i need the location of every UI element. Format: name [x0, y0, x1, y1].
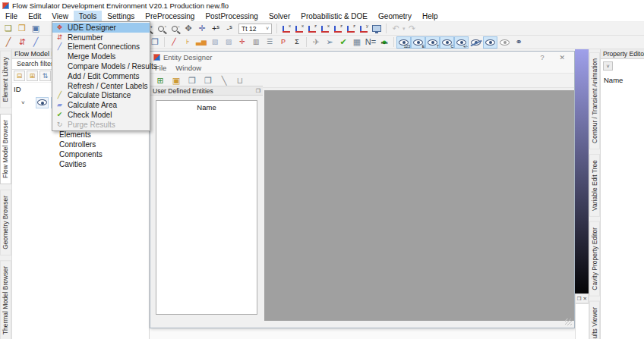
axis-view-button[interactable]: x: [292, 23, 305, 35]
airplane-button[interactable]: ✈: [309, 36, 323, 49]
open-model-button[interactable]: ❒: [15, 23, 29, 35]
tools-menu-item[interactable]: Merge Models: [52, 52, 150, 61]
text-size-select[interactable]: Tt 12 ˅: [238, 24, 272, 34]
axis-view-button[interactable]: z: [331, 23, 344, 35]
show-elements-toggle[interactable]: E: [411, 36, 425, 49]
cavity-box-2-button[interactable]: ▨: [222, 36, 235, 49]
show-ids-toggle[interactable]: 123: [396, 36, 411, 49]
menu-item[interactable]: PostProcessing: [200, 11, 263, 21]
expand-all-button[interactable]: ⊞: [27, 71, 38, 81]
resize-grip[interactable]: [565, 319, 572, 325]
stack-button[interactable]: ☰: [263, 36, 276, 49]
tree-item[interactable]: Cavities: [59, 159, 149, 169]
move-button[interactable]: ✛: [195, 23, 209, 35]
sigma-button[interactable]: Σ: [290, 36, 304, 49]
new-entity-button[interactable]: ⊞: [153, 74, 168, 86]
probe-button[interactable]: ➢: [323, 36, 336, 49]
axis-view-button[interactable]: z: [305, 23, 318, 35]
show-chambers-toggle[interactable]: C: [440, 36, 454, 49]
tools-menu-item[interactable]: ❖ UDE Designer: [52, 23, 150, 33]
tools-menu-item[interactable]: Add / Edit Comments: [52, 71, 150, 81]
menu-item[interactable]: PreProcessing: [140, 11, 200, 21]
tree-item[interactable]: Elements: [59, 130, 149, 140]
check-model-button[interactable]: ✔: [336, 36, 350, 49]
tools-menu-item[interactable]: ⇵ Renumber: [52, 33, 150, 42]
menu-item[interactable]: Probabilistic & DOE: [295, 11, 373, 21]
tools-menu-item[interactable]: Compare Models / Results: [52, 61, 150, 71]
chamber-tree-button[interactable]: ⊦: [181, 36, 194, 49]
cavity-box-button[interactable]: ▧: [208, 36, 222, 49]
tools-menu-item[interactable]: ╱ Element Connections: [52, 42, 150, 52]
left-dock-tab[interactable]: Flow Model Browser: [0, 114, 11, 184]
tools-menu-item[interactable]: ↻ Purge Results: [52, 120, 150, 130]
menu-item[interactable]: View: [46, 11, 74, 21]
run-button[interactable]: ● RUN: [377, 36, 391, 49]
show-all-toggle[interactable]: [497, 36, 512, 49]
help-button[interactable]: ?: [534, 54, 550, 61]
root-visibility-toggle-1[interactable]: [36, 97, 49, 108]
element-connections-button[interactable]: ╱: [29, 36, 43, 49]
find-button[interactable]: ⚭: [512, 36, 526, 49]
pin-icon[interactable]: ❐: [256, 88, 260, 94]
menu-item[interactable]: Tools: [74, 11, 102, 21]
zoom-out-button[interactable]: −: [168, 23, 182, 35]
chart-scale-button[interactable]: ▥: [249, 36, 263, 49]
close-icon[interactable]: ✕: [583, 296, 587, 302]
menu-item[interactable]: Help: [417, 11, 444, 21]
left-dock-tab[interactable]: Thermal Model Browser: [0, 260, 11, 339]
undo-button[interactable]: ↶: [389, 23, 402, 35]
copy-entity-button[interactable]: ❐: [185, 74, 200, 86]
new-model-button[interactable]: ❏: [2, 23, 15, 35]
close-button[interactable]: ✕: [553, 54, 571, 61]
chevron-down-icon[interactable]: ˅: [21, 99, 25, 106]
axes-button[interactable]: ✛: [235, 36, 249, 49]
delete-entity-button[interactable]: ⊔: [232, 74, 248, 86]
right-dock-tab[interactable]: Cavity Property Editor: [589, 221, 600, 297]
tools-menu-item[interactable]: ▰ Calculate Area: [52, 100, 150, 110]
axis-view-button[interactable]: x: [318, 23, 331, 35]
menu-item[interactable]: Settings: [102, 11, 140, 21]
float-icon[interactable]: ❐: [577, 296, 582, 302]
viewport-gradient[interactable]: [575, 49, 589, 293]
open-entity-button[interactable]: ▣: [169, 74, 184, 86]
axis-view-button[interactable]: y: [357, 23, 370, 35]
element-button[interactable]: ╱: [2, 36, 15, 49]
menu-item[interactable]: Solver: [264, 11, 295, 21]
menu-item[interactable]: File: [0, 11, 23, 21]
calculator-button[interactable]: ▦: [350, 36, 364, 49]
add-element-button[interactable]: ╱: [167, 36, 181, 49]
collapse-all-button[interactable]: ⊟: [14, 71, 25, 81]
ude-list[interactable]: Name: [156, 100, 257, 315]
axis-view-button[interactable]: x: [279, 23, 292, 35]
menu-item[interactable]: Geometry: [373, 11, 417, 21]
zoom-window-button[interactable]: ▫: [154, 23, 168, 35]
left-dock-tab[interactable]: Geometry Browser: [0, 190, 11, 256]
right-dock-tab[interactable]: Results Viewer: [589, 301, 600, 339]
tree-item[interactable]: Controllers: [59, 140, 149, 149]
paste-entity-button[interactable]: ❐: [200, 74, 216, 86]
entity-designer-canvas[interactable]: [264, 90, 574, 321]
fit-screen-button[interactable]: [370, 23, 384, 35]
pan-button[interactable]: ✥: [182, 23, 195, 35]
right-dock-tab[interactable]: Contour / Transient Animation: [589, 52, 600, 149]
hide-items-toggle[interactable]: [469, 36, 483, 49]
tree-item[interactable]: Components: [59, 149, 149, 159]
right-dock-tab[interactable]: Variable Edit Tree: [589, 154, 600, 217]
menu-item[interactable]: Edit: [23, 11, 46, 21]
sync-tree-button[interactable]: ⇅: [39, 71, 51, 81]
redo-button[interactable]: ↷: [406, 23, 419, 35]
tools-menu-item[interactable]: ✔ Check Model: [52, 110, 150, 120]
menu-item[interactable]: Window: [171, 63, 206, 73]
line-tool-button[interactable]: ╲: [216, 74, 232, 86]
save-model-button[interactable]: ▣: [29, 23, 43, 35]
tools-menu-item[interactable]: ╱ Calculate Distance: [52, 91, 150, 101]
property-filter-button[interactable]: ˅: [603, 61, 613, 71]
show-selected-toggle[interactable]: [483, 36, 497, 49]
renumber-button[interactable]: ⇵: [15, 36, 29, 49]
curve-button[interactable]: Ρ: [276, 36, 290, 49]
left-dock-tab[interactable]: Element Library: [0, 51, 11, 108]
results-chart-button[interactable]: ▃▅: [194, 36, 208, 49]
tools-menu-item[interactable]: Refresh / Center Labels: [52, 81, 150, 91]
show-signs-toggle[interactable]: +/-: [454, 36, 469, 49]
show-temperatures-toggle[interactable]: T: [425, 36, 440, 49]
